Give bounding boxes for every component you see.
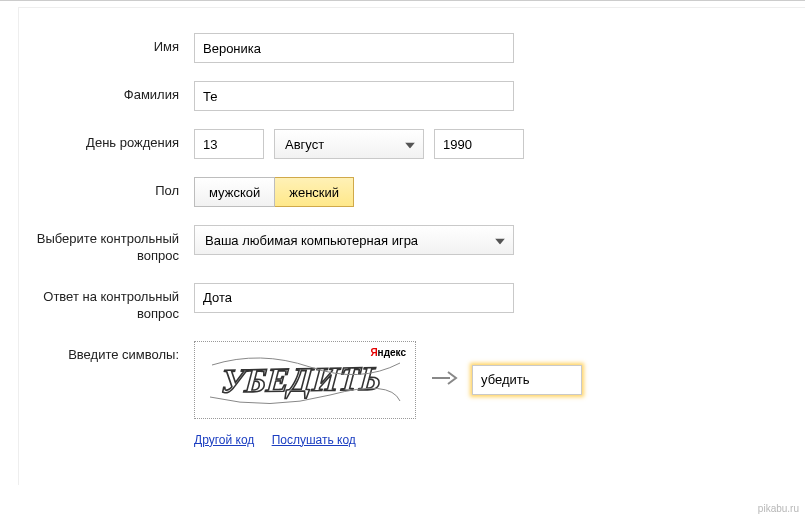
- chevron-down-icon: [495, 233, 505, 248]
- birthday-year-input[interactable]: [434, 129, 524, 159]
- gender-female-label: женский: [289, 185, 339, 200]
- gender-female-toggle[interactable]: женский: [275, 177, 354, 207]
- birthday-label: День рождения: [19, 129, 194, 152]
- svg-text:УБЕДИТЬ: УБЕДИТЬ: [220, 359, 383, 399]
- gender-toggle-group: мужской женский: [194, 177, 354, 207]
- captcha-image: Яндекс УБЕДИТЬ: [194, 341, 416, 419]
- security-question-label: Выберите контрольный вопрос: [19, 225, 194, 265]
- captcha-other-code-link[interactable]: Другой код: [194, 433, 254, 447]
- arrow-right-icon: [430, 368, 458, 391]
- security-answer-label: Ответ на контрольный вопрос: [19, 283, 194, 323]
- watermark: pikabu.ru: [758, 503, 799, 514]
- captcha-input[interactable]: [472, 365, 582, 395]
- security-question-select[interactable]: Ваша любимая компьютерная игра: [194, 225, 514, 255]
- gender-male-toggle[interactable]: мужской: [194, 177, 275, 207]
- security-answer-input[interactable]: [194, 283, 514, 313]
- security-question-value: Ваша любимая компьютерная игра: [205, 233, 418, 248]
- gender-label: Пол: [19, 177, 194, 200]
- birthday-day-input[interactable]: [194, 129, 264, 159]
- first-name-input[interactable]: [194, 33, 514, 63]
- last-name-input[interactable]: [194, 81, 514, 111]
- last-name-label: Фамилия: [19, 81, 194, 104]
- captcha-listen-code-link[interactable]: Послушать код: [272, 433, 356, 447]
- birthday-month-value: Август: [285, 137, 324, 152]
- chevron-down-icon: [405, 137, 415, 152]
- gender-male-label: мужской: [209, 185, 260, 200]
- captcha-word: УБЕДИТЬ: [194, 341, 416, 419]
- birthday-month-select[interactable]: Август: [274, 129, 424, 159]
- captcha-label: Введите символы:: [19, 341, 194, 364]
- first-name-label: Имя: [19, 33, 194, 56]
